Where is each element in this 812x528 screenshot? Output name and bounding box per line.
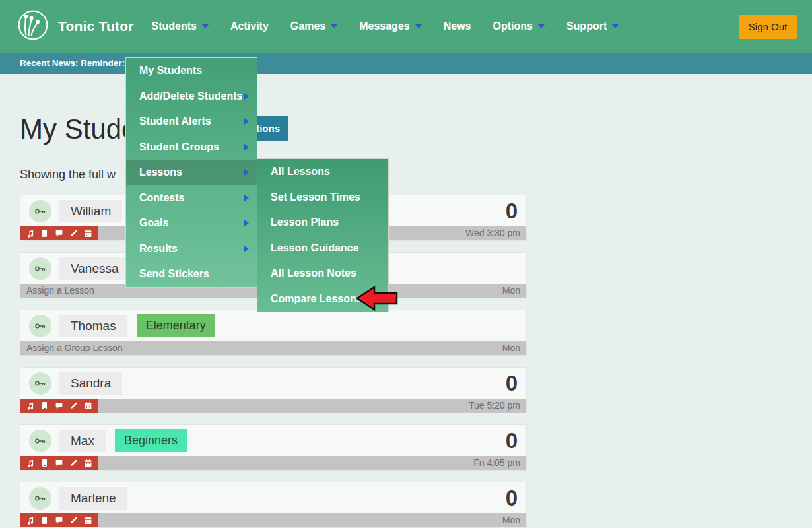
pencil-icon (69, 459, 78, 467)
chevron-right-icon (244, 195, 249, 201)
chat-icon (55, 401, 63, 410)
menu-item-goals[interactable]: Goals (126, 211, 257, 236)
lesson-count: 0 (506, 199, 518, 224)
chevron-down-icon (202, 24, 209, 28)
student-name[interactable]: Sandra (59, 372, 122, 395)
annotation-arrow-icon (355, 284, 399, 315)
calendar-icon (84, 401, 92, 410)
nav-item-news[interactable]: News (444, 20, 471, 32)
tablet-icon (40, 401, 49, 410)
lesson-time: Tue 5:20 pm (469, 399, 520, 412)
lesson-time: Mon (502, 284, 520, 298)
submenu-item-all-lessons[interactable]: All Lessons (257, 159, 388, 185)
chevron-right-icon (244, 220, 249, 226)
group-badge-elementary[interactable]: Elementary (137, 314, 215, 337)
student-action-icons[interactable] (20, 456, 98, 470)
submenu-item-set-lesson-times[interactable]: Set Lesson Times (257, 185, 388, 211)
student-name[interactable]: Vanessa (59, 257, 130, 280)
key-icon[interactable] (29, 200, 51, 222)
key-icon[interactable] (29, 487, 51, 510)
menu-item-send-stickers[interactable]: Send Stickers (126, 261, 257, 287)
music-note-icon (26, 459, 34, 467)
menu-item-student-groups[interactable]: Student Groups (126, 135, 257, 160)
menu-item-lessons[interactable]: Lessons (126, 160, 257, 185)
student-action-icons[interactable] (20, 399, 98, 412)
student-action-icons[interactable] (20, 226, 98, 240)
app-logo-icon[interactable] (17, 9, 50, 44)
lesson-time: Fri 4:05 pm (473, 456, 520, 470)
key-icon[interactable] (29, 430, 51, 452)
student-name[interactable]: Marlene (59, 487, 127, 510)
lesson-count: 0 (506, 428, 518, 453)
chevron-down-icon (612, 24, 619, 28)
lesson-count: 0 (506, 486, 518, 511)
nav-item-messages[interactable]: Messages (359, 20, 422, 32)
key-icon[interactable] (29, 372, 51, 395)
student-row-thomas: Thomas Elementary Assign a Group Lesson … (20, 310, 527, 356)
submenu-item-lesson-guidance[interactable]: Lesson Guidance (257, 236, 388, 261)
page-content: My Students Showing the full w William 0 (0, 74, 812, 528)
assign-lesson-link[interactable]: Assign a Lesson (26, 284, 94, 298)
menu-item-results[interactable]: Results (126, 236, 257, 262)
calendar-icon (84, 229, 92, 238)
lesson-time: Wed 3:30 pm (465, 226, 520, 240)
tablet-icon (40, 516, 49, 525)
student-row-max: Max Beginners 0 Fri 4:05 pm (20, 424, 527, 471)
assign-lesson-link[interactable]: Assign a Group Lesson (26, 341, 123, 355)
submenu-item-all-lesson-notes[interactable]: All Lesson Notes (257, 261, 388, 286)
lesson-time: Mon (502, 341, 520, 355)
chevron-right-icon (244, 144, 249, 150)
student-action-icons[interactable] (20, 513, 98, 527)
student-name[interactable]: Thomas (59, 315, 127, 337)
menu-item-contests[interactable]: Contests (126, 185, 257, 211)
chat-icon (55, 229, 63, 238)
chevron-right-icon (244, 93, 249, 100)
chevron-down-icon (538, 24, 545, 28)
recent-news-bar: Recent News: Reminder: J (0, 53, 812, 74)
music-note-icon (26, 401, 34, 410)
calendar-icon (84, 516, 92, 525)
nav-item-students[interactable]: Students (152, 20, 209, 32)
chat-icon (55, 459, 63, 467)
chat-icon (55, 516, 63, 525)
student-row-sandra: Sandra 0 Tue 5:20 pm (20, 367, 527, 413)
nav-item-games[interactable]: Games (290, 20, 337, 32)
key-icon[interactable] (29, 315, 51, 337)
tablet-icon (40, 459, 49, 467)
lesson-time: Mon (502, 513, 520, 527)
top-navbar: Tonic Tutor Students Activity Games Mess… (0, 0, 812, 53)
sign-out-button[interactable]: Sign Out (739, 15, 797, 39)
group-badge-beginners[interactable]: Beginners (115, 429, 187, 452)
chevron-down-icon (415, 24, 422, 28)
calendar-icon (84, 459, 92, 467)
nav-item-activity[interactable]: Activity (230, 20, 269, 32)
menu-item-my-students[interactable]: My Students (126, 58, 257, 84)
student-name[interactable]: Max (59, 430, 106, 452)
submenu-item-lesson-plans[interactable]: Lesson Plans (257, 210, 388, 236)
app-screen: Tonic Tutor Students Activity Games Mess… (0, 0, 812, 528)
student-row-marlene: Marlene 0 Mon (20, 482, 527, 528)
music-note-icon (26, 516, 34, 525)
tablet-icon (40, 229, 49, 238)
nav-item-support[interactable]: Support (566, 20, 619, 32)
chevron-right-icon (244, 169, 249, 176)
music-note-icon (26, 229, 34, 238)
chevron-right-icon (244, 246, 249, 252)
students-dropdown-menu: My Students Add/Delete Students Student … (125, 57, 257, 288)
nav-item-options[interactable]: Options (492, 20, 544, 32)
key-icon[interactable] (29, 257, 51, 280)
pencil-icon (69, 229, 78, 238)
menu-item-student-alerts[interactable]: Student Alerts (126, 109, 257, 135)
pencil-icon (69, 401, 78, 410)
chevron-down-icon (331, 24, 337, 28)
chevron-right-icon (244, 118, 249, 125)
student-name[interactable]: William (59, 200, 122, 222)
main-nav: Students Activity Games Messages News Op… (152, 20, 619, 32)
brand-name[interactable]: Tonic Tutor (58, 18, 134, 34)
pencil-icon (69, 516, 78, 525)
lesson-count: 0 (506, 371, 518, 396)
menu-item-add-delete-students[interactable]: Add/Delete Students (126, 84, 257, 110)
